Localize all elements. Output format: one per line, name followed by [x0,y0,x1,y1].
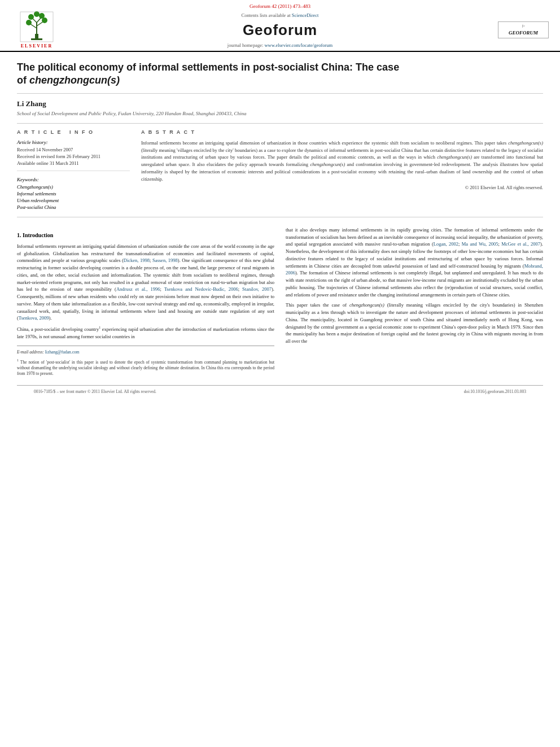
page: Geoforum 42 (2011) 473–483 [0,0,560,747]
sciencedirect-link[interactable]: ScienceDirect [292,12,319,18]
intro-para-2: China, a post-socialist developing count… [17,325,274,340]
footnotes-section: E-mail address: lizhang@fudan.com 1 The … [17,346,274,377]
ref-andrusz[interactable]: Andrusz et al., 1996 [116,286,160,292]
journal-center: Contents lists available at ScienceDirec… [62,12,498,48]
journal-homepage: journal homepage: www.elsevier.com/locat… [73,42,487,48]
journal-header: Geoforum 42 (2011) 473–483 [0,0,560,52]
geoforum-logo-box: 🏳 GEOFORUM [498,21,549,39]
abstract-copyright: © 2011 Elsevier Ltd. All rights reserved… [141,185,543,190]
geoforum-box-title: GEOFORUM [501,30,546,36]
homepage-link[interactable]: www.elsevier.com/locate/geoforum [264,42,333,48]
sciencedirect-prefix: Contents lists available at [242,12,292,18]
abstract-text: Informal settlements become an intriguin… [141,139,543,183]
footnote-1-number: 1 [17,359,19,362]
doi-text: doi:10.1016/j.geoforum.2011.03.003 [464,389,526,394]
received-date: Received 14 November 2007 [17,147,130,152]
ref-mcgee[interactable]: McGee et al., 2007 [501,241,540,247]
author-name: Li Zhang [17,99,543,108]
journal-ref: Geoforum 42 (2011) 473–483 [11,3,549,9]
intro-heading: 1. Introduction [17,231,274,239]
svg-point-9 [28,14,34,20]
info-abstract-row: A R T I C L E I N F O Article history: R… [17,123,543,217]
right-para-2: This paper takes the case of chengzhongc… [286,302,543,345]
email-footnote: E-mail address: lizhang@fudan.com [17,350,274,356]
article-info-label: A R T I C L E I N F O [17,129,130,135]
elsevier-tree-icon [20,11,54,42]
sciencedirect-line: Contents lists available at ScienceDirec… [73,12,487,18]
ref-logan[interactable]: Logan, 2002 [434,241,458,247]
email-link[interactable]: lizhang@fudan.com [45,350,80,355]
intro-para-1: Informal settlements represent an intrig… [17,243,274,322]
ref-tsenkova-nedovic[interactable]: Tsenkova and Nedovic-Budic, 2006 [164,286,238,292]
footnote-1-text: The notion of 'post-socialist' in this p… [17,359,274,376]
body-col-right: that it also develops many informal sett… [286,226,543,379]
homepage-label: journal homepage: [228,42,265,48]
keywords-label: Keywords: [17,177,130,182]
journal-header-inner: ELSEVIER Contents lists available at Sci… [11,11,549,49]
keyword-4: Post-socialist China [17,204,130,210]
ref-sassen[interactable]: Sassen, 1998 [152,257,178,263]
svg-point-7 [26,20,32,25]
ref-ma-wu[interactable]: Ma and Wu, 2005 [462,241,498,247]
copyright-text: 0016-7185/$ – see front matter © 2011 El… [34,389,156,394]
footnote-1: 1 The notion of 'post-socialist' in this… [17,358,274,377]
keyword-2: Informal settlements [17,191,130,196]
abstract-label: A B S T R A C T [141,129,543,135]
elsevier-logo: ELSEVIER [11,11,62,49]
geoforum-flag: 🏳 [501,24,546,29]
svg-rect-1 [31,38,42,40]
ref-tsenkova-2009[interactable]: Tsenkova, 2009 [19,315,49,321]
one-label: One [182,257,190,263]
author-affiliation: School of Social Development and Public … [17,111,543,116]
article-title: The political economy of informal settle… [17,61,543,94]
right-para-1: that it also develops many informal sett… [286,226,543,299]
article-content: The political economy of informal settle… [0,52,560,409]
bottom-bar: 0016-7185/$ – see front matter © 2011 El… [17,385,543,397]
elsevier-label: ELSEVIER [21,43,53,49]
article-info: A R T I C L E I N F O Article history: R… [17,129,130,211]
abstract-section: A B S T R A C T Informal settlements bec… [141,129,543,211]
info-divider [17,171,130,171]
revised-date: Received in revised form 26 February 201… [17,154,130,159]
article-history-label: Article history: [17,139,130,145]
available-date: Available online 31 March 2011 [17,160,130,166]
keyword-3: Urban redevelopment [17,198,130,203]
ref-mobrand[interactable]: Mobrand, 2006 [286,263,543,276]
journal-title: Geoforum [73,21,487,39]
body-col-left: 1. Introduction Informal settlements rep… [17,226,274,379]
svg-point-10 [39,13,45,19]
article-title-part1: The political economy of informal settle… [17,62,399,73]
body-columns: 1. Introduction Informal settlements rep… [17,226,543,379]
keyword-1: Chengzhongcun(s) [17,184,130,190]
keywords-section: Keywords: Chengzhongcun(s) Informal sett… [17,177,130,210]
svg-point-11 [34,11,40,17]
article-title-part2: of [17,75,29,86]
ref-stanilov[interactable]: Stanilov, 2007 [242,286,272,292]
article-title-italic: chengzhongcun(s) [29,75,120,86]
ref-dicken[interactable]: Dicken, 1998 [124,257,150,263]
